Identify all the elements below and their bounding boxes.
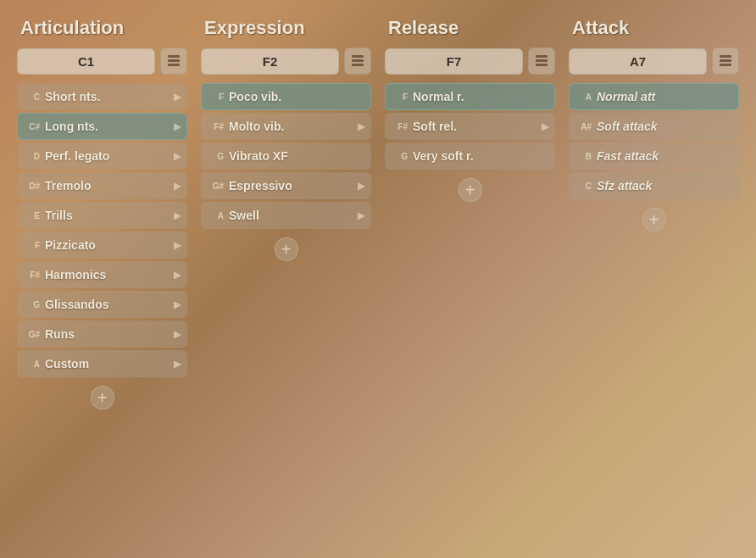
- item-name: Short nts.: [45, 90, 170, 103]
- svg-rect-6: [536, 55, 548, 58]
- list-item[interactable]: GVibrato XF: [201, 142, 371, 170]
- key-label: C: [575, 181, 592, 191]
- item-name: Swell: [229, 209, 354, 222]
- articulation-layers-button[interactable]: [160, 47, 187, 75]
- arrow-right-icon: ▶: [174, 328, 181, 340]
- expression-add-button[interactable]: +: [275, 237, 298, 261]
- key-label: A: [575, 92, 592, 102]
- item-name: Soft rel.: [413, 120, 538, 133]
- release-layers-button[interactable]: [528, 47, 555, 75]
- svg-rect-9: [720, 55, 731, 58]
- key-label: F: [391, 92, 408, 102]
- list-item[interactable]: FPoco vib.: [201, 83, 371, 110]
- key-label: A: [23, 360, 40, 369]
- list-item[interactable]: ETrills▶: [17, 202, 187, 229]
- key-label: G: [391, 152, 408, 161]
- column-release: ReleaseF7 FNormal r.F#Soft rel.▶GVery so…: [378, 10, 562, 548]
- item-name: Fast attack: [597, 149, 733, 163]
- key-label: G: [207, 152, 224, 161]
- svg-rect-4: [352, 59, 364, 62]
- release-add-button[interactable]: +: [459, 178, 482, 202]
- svg-rect-11: [720, 64, 731, 66]
- key-label: F#: [391, 122, 408, 131]
- release-item-list: FNormal r.F#Soft rel.▶GVery soft r.: [385, 83, 555, 170]
- key-label: E: [23, 211, 40, 220]
- release-key-button[interactable]: F7: [385, 48, 523, 75]
- attack-title: Attack: [569, 17, 739, 39]
- item-name: Custom: [45, 357, 170, 371]
- list-item[interactable]: C#Long nts.▶: [17, 113, 187, 140]
- item-name: Molto vib.: [229, 120, 354, 133]
- attack-item-list: ANormal attA#Soft attackBFast attackCSfz…: [569, 83, 739, 199]
- list-item[interactable]: ANormal att: [569, 83, 739, 110]
- column-articulation: ArticulationC1 CShort nts.▶C#Long nts.▶D…: [10, 10, 194, 548]
- arrow-right-icon: ▶: [174, 299, 181, 310]
- item-name: Harmonics: [45, 268, 170, 282]
- svg-rect-0: [168, 55, 180, 58]
- key-label: D#: [23, 181, 40, 191]
- svg-rect-5: [352, 64, 364, 66]
- list-item[interactable]: D#Tremolo▶: [17, 172, 187, 199]
- item-name: Normal att: [597, 90, 733, 103]
- arrow-right-icon: ▶: [174, 269, 181, 281]
- attack-add-button[interactable]: +: [642, 208, 666, 232]
- expression-title: Expression: [201, 17, 371, 39]
- list-item[interactable]: F#Molto vib.▶: [201, 113, 371, 140]
- list-item[interactable]: FPizzicato▶: [17, 232, 187, 259]
- main-container: ArticulationC1 CShort nts.▶C#Long nts.▶D…: [0, 0, 756, 558]
- list-item[interactable]: CShort nts.▶: [17, 83, 187, 110]
- arrow-right-icon: ▶: [174, 150, 181, 162]
- svg-rect-7: [536, 59, 548, 62]
- key-label: A: [207, 211, 224, 220]
- list-item[interactable]: BFast attack: [569, 142, 739, 170]
- arrow-right-icon: ▶: [358, 180, 365, 192]
- list-item[interactable]: CSfz attack: [569, 172, 739, 199]
- attack-key-button[interactable]: A7: [569, 48, 707, 75]
- key-label: F: [207, 92, 224, 102]
- list-item[interactable]: GVery soft r.: [385, 142, 555, 170]
- expression-item-list: FPoco vib.F#Molto vib.▶GVibrato XFG#Espr…: [201, 83, 371, 229]
- list-item[interactable]: G#Runs▶: [17, 321, 187, 348]
- item-name: Tremolo: [45, 179, 170, 193]
- attack-layers-button[interactable]: [712, 47, 739, 75]
- attack-header: A7: [569, 47, 739, 75]
- svg-rect-2: [168, 64, 180, 66]
- item-name: Very soft r.: [413, 149, 549, 163]
- svg-rect-1: [168, 59, 180, 62]
- arrow-right-icon: ▶: [542, 120, 549, 132]
- list-item[interactable]: FNormal r.: [385, 83, 555, 110]
- arrow-right-icon: ▶: [174, 91, 181, 103]
- list-item[interactable]: GGlissandos▶: [17, 291, 187, 318]
- list-item[interactable]: A#Soft attack: [569, 113, 739, 140]
- expression-key-button[interactable]: F2: [201, 48, 339, 75]
- item-name: Poco vib.: [229, 90, 365, 103]
- item-name: Glissandos: [45, 298, 170, 311]
- articulation-item-list: CShort nts.▶C#Long nts.▶DPerf. legato▶D#…: [17, 83, 187, 377]
- svg-rect-3: [352, 55, 364, 58]
- item-name: Normal r.: [413, 90, 549, 103]
- arrow-right-icon: ▶: [174, 120, 181, 132]
- list-item[interactable]: G#Espressivo▶: [201, 172, 371, 199]
- key-label: G#: [23, 330, 40, 339]
- articulation-key-button[interactable]: C1: [17, 48, 155, 75]
- key-label: A#: [575, 122, 592, 131]
- list-item[interactable]: ACustom▶: [17, 350, 187, 377]
- key-label: B: [575, 152, 592, 161]
- item-name: Espressivo: [229, 179, 354, 193]
- list-item[interactable]: ASwell▶: [201, 202, 371, 229]
- list-item[interactable]: F#Soft rel.▶: [385, 113, 555, 140]
- articulation-add-button[interactable]: +: [91, 386, 114, 410]
- svg-rect-10: [720, 59, 731, 62]
- key-label: F#: [23, 271, 40, 280]
- item-name: Soft attack: [597, 120, 733, 133]
- list-item[interactable]: DPerf. legato▶: [17, 142, 187, 170]
- arrow-right-icon: ▶: [358, 209, 365, 221]
- svg-rect-8: [536, 64, 548, 66]
- item-name: Pizzicato: [45, 238, 170, 252]
- expression-layers-button[interactable]: [344, 47, 371, 75]
- list-item[interactable]: F#Harmonics▶: [17, 261, 187, 288]
- column-attack: AttackA7 ANormal attA#Soft attackBFast a…: [562, 10, 746, 548]
- item-name: Long nts.: [45, 120, 170, 133]
- arrow-right-icon: ▶: [174, 180, 181, 192]
- articulation-title: Articulation: [17, 17, 187, 39]
